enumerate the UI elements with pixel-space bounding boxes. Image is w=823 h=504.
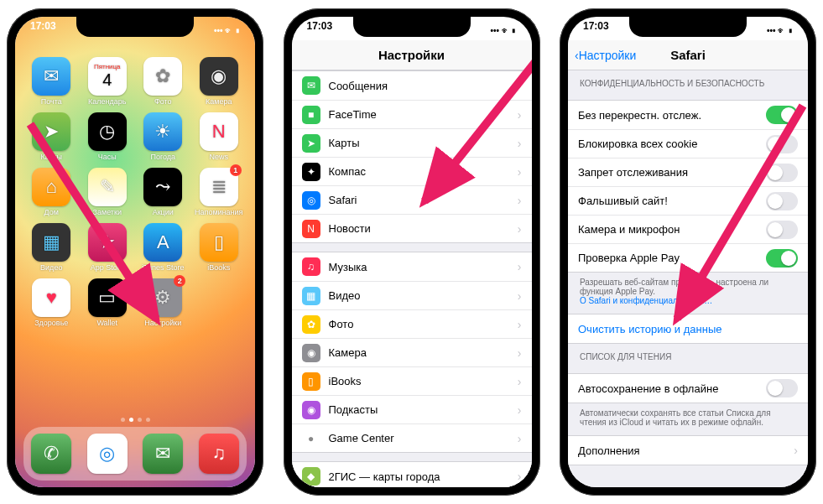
cell-icon: ✦ (302, 163, 320, 181)
home-grid: ✉︎ПочтаПятница4Календарь✿Фото◉Камера➤Кар… (25, 57, 245, 327)
settings-cell-Карты[interactable]: ➤Карты› (292, 128, 532, 157)
chevron-right-icon: › (518, 194, 522, 207)
page-indicator (15, 418, 255, 422)
app-Видео[interactable]: ▦Видео (25, 223, 78, 272)
app-icon: Пятница4 (88, 57, 127, 96)
settings-cell-Сообщения[interactable]: ✉Сообщения› (292, 71, 532, 100)
app-Календарь[interactable]: Пятница4Календарь (81, 57, 134, 106)
app-label: Напоминания (195, 208, 242, 216)
privacy-cell-Блокировка всех cookie[interactable]: Блокировка всех cookie (568, 129, 808, 158)
toggle[interactable] (766, 379, 798, 397)
chevron-right-icon: › (518, 108, 522, 122)
app-Часы[interactable]: ◷Часы (81, 112, 134, 161)
dock: ✆◎✉♫ (23, 427, 247, 481)
app-Здоровье[interactable]: ♥Здоровье (25, 278, 78, 327)
settings-cell-Камера[interactable]: ◉Камера› (292, 338, 532, 366)
app-Карты[interactable]: ➤Карты (25, 112, 78, 161)
cell-label: Новости (329, 222, 518, 235)
advanced-label: Дополнения (578, 444, 794, 457)
toggle[interactable] (766, 221, 798, 239)
cell-icon: ➤ (302, 134, 320, 153)
app-label: Календарь (88, 97, 126, 106)
app-icon: ▦ (32, 223, 70, 262)
cell-label: Safari (329, 194, 518, 206)
settings-cell-iBooks[interactable]: ▯iBooks› (292, 366, 532, 395)
safari-settings-list: КОНФИДЕНЦИАЛЬНОСТЬ И БЕЗОПАСНОСТЬ Без пе… (568, 70, 808, 487)
app-icon: ♥ (32, 278, 70, 317)
settings-cell-FaceTime[interactable]: ■FaceTime› (292, 100, 532, 128)
app-Заметки[interactable]: ✎Заметки (81, 168, 134, 216)
app-Акции[interactable]: ⤳Акции (137, 168, 190, 216)
app-News[interactable]: NNews (193, 112, 246, 161)
cell-label: Без перекрестн. отслеж. (578, 109, 766, 122)
cell-icon: ◉ (302, 344, 320, 362)
privacy-cell-Фальшивый сайт![interactable]: Фальшивый сайт! (568, 186, 808, 215)
back-button[interactable]: ‹ Настройки (575, 49, 636, 62)
reading-offline-cell[interactable]: Автосохранение в офлайне (568, 374, 808, 403)
app-label: Дом (44, 208, 59, 216)
app-Wallet[interactable]: ▭Wallet (81, 278, 134, 327)
app-Камера[interactable]: ◉Камера (193, 57, 246, 106)
app-Настройки[interactable]: ⚙2Настройки (137, 278, 190, 327)
app-iBooks[interactable]: ▯iBooks (193, 223, 246, 272)
settings-cell-Музыка[interactable]: ♫Музыка› (292, 252, 532, 281)
reading-offline-label: Автосохранение в офлайне (578, 382, 766, 395)
toggle[interactable] (766, 192, 798, 210)
app-icon: ☀ (143, 112, 182, 151)
settings-cell-Фото[interactable]: ✿Фото› (292, 309, 532, 338)
safari-icon[interactable]: ◎ (87, 434, 128, 474)
chevron-right-icon: › (518, 318, 522, 331)
cell-icon: ■ (302, 106, 320, 124)
settings-cell-2ГИС — карты города[interactable]: ◆2ГИС — карты города› (292, 462, 532, 487)
toggle[interactable] (766, 135, 798, 153)
app-Напоминания[interactable]: ≣1Напоминания (193, 168, 246, 216)
cell-icon: ✿ (302, 315, 320, 334)
app-label: Фото (154, 97, 172, 106)
settings-cell-Safari[interactable]: ◎Safari› (292, 185, 532, 214)
toggle[interactable] (766, 164, 798, 182)
section-footer-privacy: Разрешать веб-сайтам проверять, настроен… (568, 273, 808, 305)
cell-icon: ◉ (302, 401, 320, 419)
cell-label: Запрет отслеживания (578, 166, 766, 179)
advanced-cell[interactable]: Дополнения › (568, 436, 808, 465)
cell-icon: ♫ (302, 257, 320, 276)
settings-cell-Подкасты[interactable]: ◉Подкасты› (292, 395, 532, 423)
app-Почта[interactable]: ✉︎Почта (25, 57, 78, 106)
app-icon: ★ (88, 223, 127, 262)
settings-cell-Компас[interactable]: ✦Компас› (292, 157, 532, 185)
app-Погода[interactable]: ☀Погода (137, 112, 190, 161)
privacy-link[interactable]: О Safari и конфиденциальности… (580, 296, 712, 305)
settings-cell-Видео[interactable]: ▦Видео› (292, 281, 532, 309)
chevron-right-icon: › (518, 432, 522, 445)
app-icon: ◷ (88, 112, 127, 151)
privacy-cell-Запрет отслеживания[interactable]: Запрет отслеживания (568, 158, 808, 186)
privacy-cell-Проверка Apple Pay[interactable]: Проверка Apple Pay (568, 243, 808, 272)
app-Дом[interactable]: ⌂Дом (25, 168, 78, 216)
cell-icon: ● (302, 429, 320, 448)
clear-history-cell[interactable]: Очистить историю и данные (568, 314, 808, 343)
app-App Store[interactable]: ★App Store (81, 223, 134, 272)
chevron-right-icon: › (518, 289, 522, 303)
app-icon: ≣1 (200, 168, 238, 206)
app-icon: ⚙2 (143, 278, 182, 317)
cell-label: Фото (329, 318, 518, 330)
app-label: Акции (153, 208, 174, 216)
app-Фото[interactable]: ✿Фото (137, 57, 190, 106)
toggle[interactable] (766, 106, 798, 124)
section-header-reading: СПИСОК ДЛЯ ЧТЕНИЯ (568, 344, 808, 365)
phone-icon[interactable]: ✆ (31, 434, 71, 474)
privacy-cell-Без перекрестн. отслеж.[interactable]: Без перекрестн. отслеж. (568, 101, 808, 129)
music-icon[interactable]: ♫ (199, 434, 239, 474)
privacy-cell-Камера и микрофон[interactable]: Камера и микрофон (568, 215, 808, 243)
chevron-right-icon: › (518, 260, 522, 273)
notch (76, 17, 194, 37)
cell-label: Компас (329, 165, 518, 178)
cell-label: Сообщения (329, 80, 518, 92)
messages-icon[interactable]: ✉ (143, 434, 183, 474)
badge: 1 (230, 164, 242, 176)
app-iTunes Store[interactable]: AiTunes Store (137, 223, 190, 272)
app-icon: ✉︎ (32, 57, 70, 96)
toggle[interactable] (766, 249, 798, 268)
settings-cell-Game Center[interactable]: ●Game Center› (292, 423, 532, 452)
settings-cell-Новости[interactable]: NНовости› (292, 214, 532, 242)
